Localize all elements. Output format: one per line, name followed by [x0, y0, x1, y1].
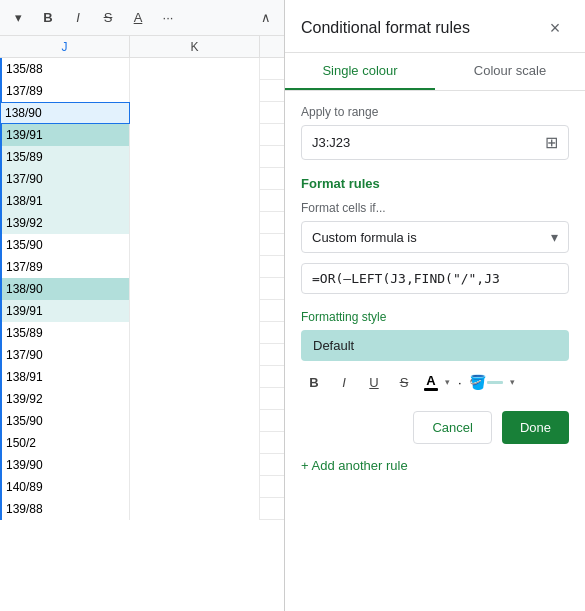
cell-k21[interactable] [130, 498, 260, 520]
dropdown-icon: ▾ [15, 10, 22, 25]
table-row[interactable]: 135/90 [0, 410, 284, 432]
formula-input[interactable]: =OR(–LEFT(J3,FIND("/",J3 [301, 263, 569, 294]
cell-j7[interactable]: 138/91 [0, 190, 130, 212]
cell-j16[interactable]: 139/92 [0, 388, 130, 410]
cell-k6[interactable] [130, 168, 260, 190]
cell-k10[interactable] [130, 256, 260, 278]
text-color-format-btn[interactable]: A [421, 371, 441, 393]
col-header-j[interactable]: J [0, 36, 130, 58]
table-row[interactable]: 138/91 [0, 190, 284, 212]
cell-j18[interactable]: 150/2 [0, 432, 130, 454]
tab-single-colour[interactable]: Single colour [285, 53, 435, 90]
cell-j20[interactable]: 140/89 [0, 476, 130, 498]
cell-k5[interactable] [130, 146, 260, 168]
collapse-icon: ∧ [261, 10, 271, 25]
collapse-btn[interactable]: ∧ [254, 6, 278, 30]
cell-j5[interactable]: 135/89 [0, 146, 130, 168]
cell-k18[interactable] [130, 432, 260, 454]
table-row[interactable]: 150/2 [0, 432, 284, 454]
cell-k2[interactable] [130, 80, 260, 102]
close-button[interactable]: × [541, 14, 569, 42]
table-row[interactable]: 139/91 [0, 300, 284, 322]
table-row[interactable]: 138/91 [0, 366, 284, 388]
more-icon: ··· [163, 10, 174, 25]
dropdown-btn[interactable]: ▾ [6, 6, 30, 30]
underline-format-btn[interactable]: U [361, 369, 387, 395]
table-row[interactable]: 140/89 [0, 476, 284, 498]
strikethrough-icon: S [104, 10, 113, 25]
cell-j17[interactable]: 135/90 [0, 410, 130, 432]
cell-k7[interactable] [130, 190, 260, 212]
cell-k20[interactable] [130, 476, 260, 498]
table-row[interactable]: 139/88 [0, 498, 284, 520]
cell-j21[interactable]: 139/88 [0, 498, 130, 520]
cell-j14[interactable]: 137/90 [0, 344, 130, 366]
italic-btn[interactable]: I [66, 6, 90, 30]
cell-j11[interactable]: 138/90 [0, 278, 130, 300]
table-row[interactable]: 137/89 [0, 80, 284, 102]
add-rule-link[interactable]: + Add another rule [301, 454, 569, 477]
cell-j12[interactable]: 139/91 [0, 300, 130, 322]
text-color-chevron[interactable]: ▾ [445, 377, 450, 387]
strikethrough-format-btn[interactable]: S [391, 369, 417, 395]
tab-colour-scale[interactable]: Colour scale [435, 53, 585, 90]
bold-format-btn[interactable]: B [301, 369, 327, 395]
fill-color-chevron[interactable]: ▾ [510, 377, 515, 387]
cell-k13[interactable] [130, 322, 260, 344]
more-btn[interactable]: ··· [156, 6, 180, 30]
actions-row: Cancel Done [301, 411, 569, 444]
table-row[interactable]: 137/90 [0, 168, 284, 190]
table-row[interactable]: 137/89 [0, 256, 284, 278]
text-color-btn[interactable]: A [126, 6, 150, 30]
bold-btn[interactable]: B [36, 6, 60, 30]
spacer: · [458, 375, 462, 390]
table-row[interactable]: 137/90 [0, 344, 284, 366]
cell-j19[interactable]: 139/90 [0, 454, 130, 476]
cell-k11[interactable] [130, 278, 260, 300]
cell-j6[interactable]: 137/90 [0, 168, 130, 190]
cell-k17[interactable] [130, 410, 260, 432]
strikethrough-btn[interactable]: S [96, 6, 120, 30]
cell-j9[interactable]: 135/90 [0, 234, 130, 256]
range-grid-icon: ⊞ [545, 133, 558, 152]
cell-j10[interactable]: 137/89 [0, 256, 130, 278]
cell-k19[interactable] [130, 454, 260, 476]
col-header-k[interactable]: K [130, 36, 260, 58]
table-row[interactable]: 135/89 [0, 322, 284, 344]
cancel-button[interactable]: Cancel [413, 411, 491, 444]
cell-k3[interactable] [130, 102, 260, 124]
table-row[interactable]: 139/92 [0, 212, 284, 234]
cell-j3[interactable]: 138/90 [0, 102, 130, 124]
cell-k14[interactable] [130, 344, 260, 366]
italic-format-btn[interactable]: I [331, 369, 357, 395]
format-condition-dropdown[interactable]: Custom formula is ▾ [301, 221, 569, 253]
cell-j4[interactable]: 139/91 [0, 124, 130, 146]
cell-k9[interactable] [130, 234, 260, 256]
cell-j8[interactable]: 139/92 [0, 212, 130, 234]
text-color-bar [424, 388, 438, 391]
table-row[interactable]: 135/89 [0, 146, 284, 168]
table-row[interactable]: 139/91 [0, 124, 284, 146]
cell-k8[interactable] [130, 212, 260, 234]
range-input-row[interactable]: J3:J23 ⊞ [301, 125, 569, 160]
cell-j13[interactable]: 135/89 [0, 322, 130, 344]
cell-j15[interactable]: 138/91 [0, 366, 130, 388]
default-style-box: Default [301, 330, 569, 361]
table-row[interactable]: 138/90 [0, 102, 284, 124]
cell-j2[interactable]: 137/89 [0, 80, 130, 102]
cell-k16[interactable] [130, 388, 260, 410]
cell-j1[interactable]: 135/88 [0, 58, 130, 80]
cell-k1[interactable] [130, 58, 260, 80]
done-button[interactable]: Done [502, 411, 569, 444]
cell-k4[interactable] [130, 124, 260, 146]
cell-k12[interactable] [130, 300, 260, 322]
table-row[interactable]: 135/90 [0, 234, 284, 256]
table-row[interactable]: 139/92 [0, 388, 284, 410]
table-row[interactable]: 135/88 [0, 58, 284, 80]
fill-color-format-btn[interactable]: 🪣 [466, 372, 506, 392]
cell-k15[interactable] [130, 366, 260, 388]
rows-container: 135/88 137/89 138/90 139/91 135/89 137/9… [0, 58, 284, 611]
table-row[interactable]: 139/90 [0, 454, 284, 476]
panel-title: Conditional format rules [301, 19, 470, 37]
table-row[interactable]: 138/90 [0, 278, 284, 300]
